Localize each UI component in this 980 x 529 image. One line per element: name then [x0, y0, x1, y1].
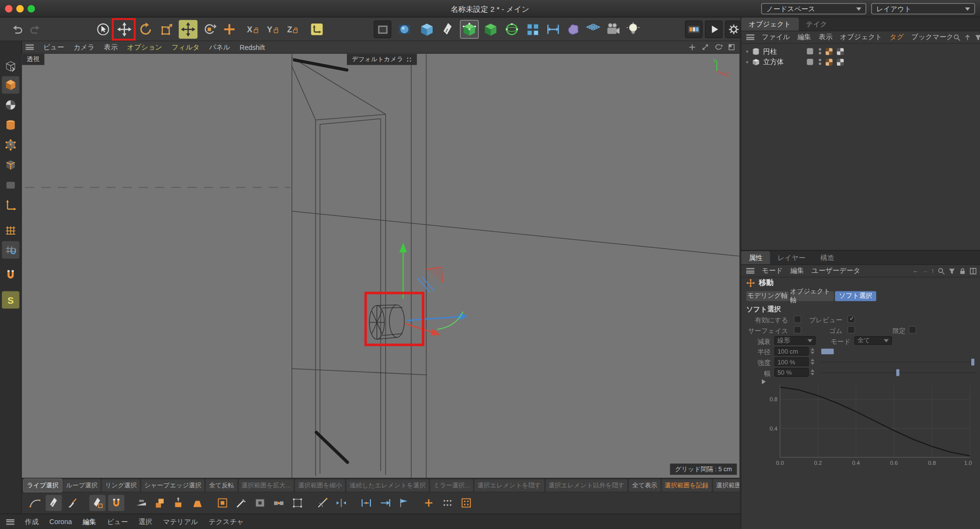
parent-up-icon[interactable]: ↑ — [931, 267, 934, 274]
render-picture-viewer-button[interactable] — [395, 20, 414, 39]
radius-slider-handle[interactable] — [821, 349, 834, 354]
scale-tool-button[interactable] — [157, 20, 176, 39]
polygons-mode-button[interactable] — [2, 176, 20, 194]
stitch-sew-icon[interactable] — [315, 495, 331, 511]
knife-icon[interactable] — [233, 495, 249, 511]
point-grid-icon[interactable] — [440, 495, 456, 511]
strength-input[interactable]: 100 % — [774, 358, 808, 366]
radius-input[interactable]: 100 cm — [774, 347, 808, 356]
layout-dropdown[interactable]: レイアウト — [871, 3, 975, 14]
perspective-viewport[interactable]: 透視 デフォルトカメラ グリッド間隔 : 5 cm Y X — [22, 54, 739, 478]
select-connected-button[interactable]: 連続したエレメントを選択 — [346, 479, 429, 492]
maximize-view-icon[interactable] — [728, 43, 736, 51]
optimize-icon[interactable] — [290, 495, 306, 511]
pan-view-icon[interactable] — [688, 43, 696, 51]
hide-selected-button[interactable]: 選択エレメントを隠す — [474, 479, 544, 492]
cloner-button[interactable] — [524, 20, 542, 39]
menu-options[interactable]: オプション — [127, 43, 162, 52]
iron-tool-icon[interactable] — [133, 495, 149, 511]
weld-icon[interactable] — [270, 495, 287, 511]
panel-icon[interactable] — [969, 267, 977, 274]
grow-selection-button[interactable]: 選択範囲を拡大... — [239, 479, 294, 492]
hide-unselected-button[interactable]: 選択エレメント以外を隠す — [545, 479, 628, 492]
search-icon[interactable] — [954, 33, 961, 41]
falloff-dropdown[interactable]: 線形 — [774, 336, 815, 345]
extrude-inner-icon[interactable] — [214, 495, 230, 511]
visibility-dots[interactable] — [819, 59, 821, 65]
om-menu-tags[interactable]: タグ — [890, 32, 904, 42]
layer-badge[interactable] — [807, 59, 813, 65]
sketch-pen-icon[interactable] — [46, 495, 62, 511]
move-up-icon[interactable] — [964, 33, 971, 41]
spline-pen-button[interactable] — [439, 20, 457, 39]
magnet-tool-icon[interactable] — [108, 495, 124, 511]
strength-slider-handle[interactable] — [971, 359, 974, 365]
quantize-magnet-button[interactable] — [2, 266, 20, 284]
filter-icon[interactable] — [948, 267, 956, 274]
menu-select[interactable]: 選択 — [139, 517, 152, 526]
menu-create[interactable]: 作成 — [25, 517, 39, 526]
menu-display[interactable]: 表示 — [104, 43, 118, 52]
menu-view[interactable]: ビュー — [107, 517, 128, 526]
rubber-checkbox[interactable] — [848, 326, 855, 334]
menu-redshift[interactable]: Redshift — [240, 44, 265, 51]
surface-checkbox[interactable] — [794, 326, 801, 334]
bevel-icon[interactable] — [189, 495, 205, 511]
field-sphere-button[interactable] — [503, 20, 521, 39]
model-mode-button[interactable] — [2, 76, 20, 94]
view-label-chip[interactable]: 透視 — [22, 54, 45, 65]
spline-arc-icon[interactable] — [27, 495, 43, 511]
split-icon[interactable] — [377, 495, 393, 511]
menu-view[interactable]: ビュー — [43, 43, 64, 52]
om-menu-file[interactable]: ファイル — [762, 32, 790, 42]
shrink-selection-button[interactable]: 選択範囲を縮小 — [295, 479, 345, 492]
strength-slider-track[interactable] — [821, 362, 975, 362]
sculpt-mode-button[interactable]: S — [2, 291, 20, 309]
make-editable-button[interactable] — [2, 57, 20, 75]
am-menu-userdata[interactable]: ユーザーデータ — [811, 266, 860, 275]
play-button[interactable] — [705, 21, 723, 38]
om-menu-view[interactable]: 表示 — [819, 32, 833, 42]
smooth-shift-icon[interactable] — [171, 495, 187, 511]
coordinate-system-button[interactable] — [308, 20, 326, 39]
axis-z-lock-button[interactable]: Z — [284, 20, 301, 39]
tab-takes[interactable]: テイク — [799, 18, 835, 31]
render-settings-button[interactable] — [725, 21, 743, 38]
deformer-cube-button[interactable] — [481, 20, 500, 39]
snap-settings-button[interactable] — [2, 241, 20, 259]
menu-filter[interactable]: フィルタ — [172, 43, 199, 52]
nodespace-dropdown[interactable]: ノードスペース — [761, 3, 866, 14]
camera-label-chip[interactable]: デフォルトカメラ — [347, 54, 417, 65]
curve-expander-icon[interactable] — [762, 379, 766, 384]
live-selection-mode-button[interactable]: ライブ選択 — [24, 479, 61, 492]
edges-mode-button[interactable] — [2, 156, 20, 174]
light-button[interactable] — [624, 20, 642, 39]
width-slider-handle[interactable] — [896, 369, 899, 376]
rotate-tool-button[interactable] — [136, 20, 155, 39]
redo-button[interactable] — [26, 20, 45, 39]
object-axis-button[interactable]: オブジェクト軸 — [790, 291, 833, 301]
add-point-icon[interactable] — [420, 495, 437, 511]
array-icon[interactable] — [458, 495, 474, 511]
subdivision-surface-button[interactable] — [460, 20, 479, 39]
menu-panel[interactable]: パネル — [209, 43, 230, 52]
hamburger-menu-icon[interactable] — [25, 45, 34, 50]
ring-selection-button[interactable]: リング選択 — [102, 479, 140, 492]
add-object-button[interactable] — [220, 20, 239, 39]
soft-selection-button[interactable]: ソフト選択 — [835, 291, 876, 301]
loop-selection-button[interactable]: ループ選択 — [63, 479, 100, 492]
polygon-pen-icon[interactable] — [89, 495, 105, 511]
enable-checkbox[interactable] — [794, 315, 801, 323]
mirror-selection-button[interactable]: ミラー選択... — [430, 479, 473, 492]
visibility-dots[interactable] — [819, 48, 821, 54]
dolly-view-icon[interactable] — [701, 43, 710, 51]
render-view-button[interactable] — [374, 21, 392, 38]
convert-selection-button[interactable]: 選択範囲を変換 — [713, 479, 739, 492]
spline-smooth-icon[interactable] — [64, 495, 80, 511]
tab-layers[interactable]: レイヤー — [770, 251, 813, 264]
unhide-all-button[interactable]: 全て表示 — [629, 479, 661, 492]
menu-edit[interactable]: 編集 — [82, 517, 96, 526]
flag-icon[interactable] — [395, 495, 412, 511]
hamburger-menu-icon[interactable] — [6, 519, 15, 524]
last-tool-button[interactable] — [200, 20, 219, 39]
